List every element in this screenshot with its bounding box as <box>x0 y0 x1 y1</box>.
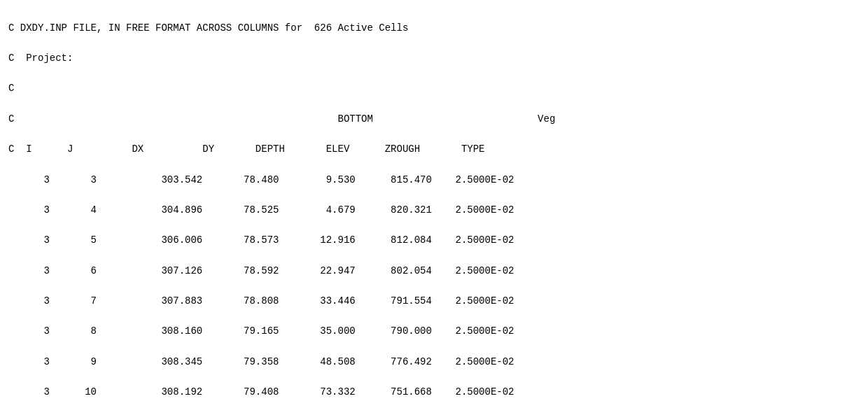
table-row: 3 7 307.883 78.808 33.446 791.554 2.5000… <box>8 294 860 309</box>
table-row: 3 9 308.345 79.358 48.508 776.492 2.5000… <box>8 355 860 370</box>
line-2: C Project: <box>8 51 860 66</box>
line-5-header: C I J DX DY DEPTH ELEV ZROUGH TYPE <box>8 142 860 157</box>
line-4-top: C BOTTOM Veg <box>8 112 860 127</box>
data-rows: 3 3 303.542 78.480 9.530 815.470 2.5000E… <box>8 173 860 408</box>
table-row: 3 3 303.542 78.480 9.530 815.470 2.5000E… <box>8 173 860 188</box>
table-row: 3 8 308.160 79.165 35.000 790.000 2.5000… <box>8 324 860 339</box>
line-3: C <box>8 81 860 97</box>
table-row: 3 10 308.192 79.408 73.332 751.668 2.500… <box>8 385 860 400</box>
table-row: 3 4 304.896 78.525 4.679 820.321 2.5000E… <box>8 203 860 218</box>
line-1: C DXDY.INP FILE, IN FREE FORMAT ACROSS C… <box>8 21 860 36</box>
table-row: 3 6 307.126 78.592 22.947 802.054 2.5000… <box>8 264 860 279</box>
file-content: C DXDY.INP FILE, IN FREE FORMAT ACROSS C… <box>8 6 860 408</box>
table-row: 3 5 306.006 78.573 12.916 812.084 2.5000… <box>8 233 860 248</box>
